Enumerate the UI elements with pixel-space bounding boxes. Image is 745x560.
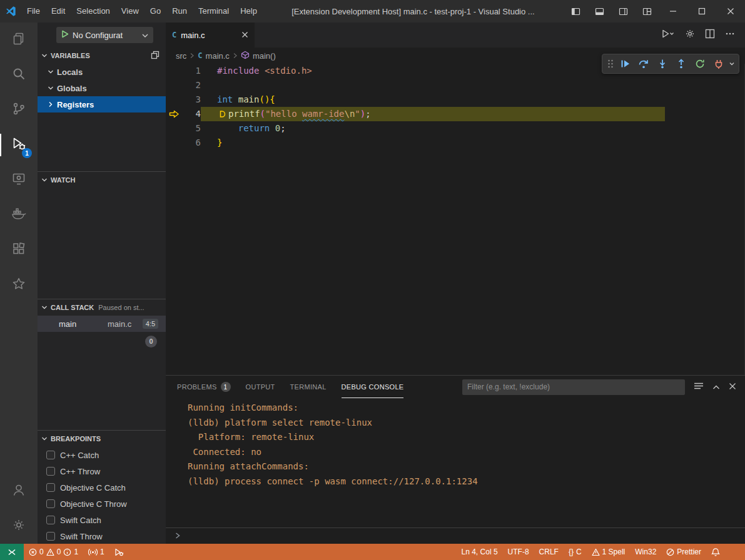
language-mode[interactable]: {}C xyxy=(564,544,587,560)
eol-indicator[interactable]: CRLF xyxy=(534,544,564,560)
current-statement-arrow-icon[interactable] xyxy=(166,107,182,121)
tab-problems[interactable]: PROBLEMS1 xyxy=(177,376,231,398)
more-actions-icon[interactable] xyxy=(725,29,735,41)
activity-source-control[interactable] xyxy=(0,92,38,128)
activity-explorer[interactable] xyxy=(0,22,38,58)
restart-button[interactable] xyxy=(691,56,709,72)
checkbox[interactable] xyxy=(46,467,55,476)
menu-view[interactable]: View xyxy=(116,0,144,22)
problems-status[interactable]: 0 0 1 xyxy=(24,544,83,560)
breakpoint-item[interactable]: Swift Catch xyxy=(38,512,166,528)
breakpoint-item[interactable]: Objective C Catch xyxy=(38,479,166,496)
checkbox[interactable] xyxy=(46,451,55,459)
toggle-panel-icon[interactable] xyxy=(587,0,611,22)
activity-settings[interactable] xyxy=(0,509,38,544)
inline-breakpoint-icon[interactable] xyxy=(218,108,226,122)
debug-more-chevron-icon[interactable] xyxy=(729,59,735,69)
remote-indicator[interactable] xyxy=(0,544,24,560)
step-into-button[interactable] xyxy=(654,56,671,72)
activity-docker[interactable] xyxy=(0,198,38,232)
menu-go[interactable]: Go xyxy=(144,0,166,22)
tab-debug-console[interactable]: DEBUG CONSOLE xyxy=(342,376,404,398)
breakpoints-header[interactable]: BREAKPOINTS xyxy=(38,431,166,447)
checkbox[interactable] xyxy=(46,516,55,524)
settings-gear-icon[interactable] xyxy=(685,29,695,41)
platform-indicator[interactable]: Win32 xyxy=(630,544,661,560)
breadcrumb-file[interactable]: main.c xyxy=(206,51,230,61)
tab-main-c[interactable]: C main.c xyxy=(166,22,255,48)
gutter[interactable] xyxy=(166,64,182,78)
debug-status-icon[interactable] xyxy=(109,544,129,560)
console-filter-input[interactable] xyxy=(462,379,685,395)
current-code-line[interactable]: 4 printf("hello wamr-ide\n"); xyxy=(166,107,744,121)
toggle-sidebar-icon[interactable] xyxy=(564,0,587,22)
gutter[interactable] xyxy=(166,78,182,92)
breakpoint-item[interactable]: Objective C Throw xyxy=(38,496,166,512)
scope-globals[interactable]: Globals xyxy=(38,80,166,96)
spell-checker-status[interactable]: 1 Spell xyxy=(587,544,631,560)
activity-remote-explorer[interactable] xyxy=(0,162,38,198)
encoding-indicator[interactable]: UTF-8 xyxy=(503,544,534,560)
collapse-all-icon[interactable] xyxy=(151,51,160,61)
step-over-button[interactable] xyxy=(635,56,652,72)
continue-button[interactable] xyxy=(616,56,634,72)
code-editor[interactable]: 1 #include <stdio.h> 2 3 int main(){ 4 p… xyxy=(166,64,745,375)
maximize-panel-icon[interactable] xyxy=(712,381,720,392)
code-line[interactable]: 5 return 0; xyxy=(166,121,744,136)
debug-config-dropdown[interactable]: No Configurat xyxy=(56,27,153,43)
notifications-bell-icon[interactable] xyxy=(706,544,725,560)
checkbox[interactable] xyxy=(46,483,55,492)
close-tab-icon[interactable] xyxy=(241,29,248,41)
split-editor-icon[interactable] xyxy=(705,29,715,41)
customize-layout-icon[interactable] xyxy=(635,0,659,22)
checkbox[interactable] xyxy=(46,499,55,508)
start-debugging-icon[interactable] xyxy=(61,30,69,40)
cursor-position[interactable]: Ln 4, Col 5 xyxy=(457,544,503,560)
gutter[interactable] xyxy=(166,136,182,150)
breakpoint-item[interactable]: C++ Catch xyxy=(38,447,166,463)
formatter-status[interactable]: Prettier xyxy=(661,544,706,560)
close-panel-icon[interactable] xyxy=(729,381,736,392)
tab-terminal[interactable]: TERMINAL xyxy=(290,376,327,398)
tab-output[interactable]: OUTPUT xyxy=(246,376,275,398)
ports-indicator[interactable]: 1 xyxy=(83,544,109,560)
toggle-secondary-sidebar-icon[interactable] xyxy=(611,0,635,22)
activity-extensions[interactable] xyxy=(0,232,38,268)
maximize-button[interactable] xyxy=(687,0,716,22)
disconnect-button[interactable] xyxy=(710,56,727,72)
code-line[interactable]: 2 xyxy=(166,78,744,92)
menu-file[interactable]: File xyxy=(21,0,46,22)
console-lines-icon[interactable] xyxy=(694,381,704,392)
activity-wamr-ide[interactable] xyxy=(0,268,38,302)
gutter[interactable] xyxy=(166,92,182,107)
variables-header[interactable]: VARIABLES xyxy=(38,48,166,64)
breadcrumb-folder[interactable]: src xyxy=(176,51,186,61)
menu-edit[interactable]: Edit xyxy=(46,0,71,22)
minimize-button[interactable] xyxy=(659,0,687,22)
menu-run[interactable]: Run xyxy=(166,0,193,22)
code-line[interactable]: 3 int main(){ xyxy=(166,92,744,107)
drag-handle-icon[interactable] xyxy=(606,59,615,69)
code-line[interactable]: 6 } xyxy=(166,136,744,150)
close-window-button[interactable] xyxy=(716,0,745,22)
checkbox[interactable] xyxy=(46,532,55,541)
watch-header[interactable]: WATCH xyxy=(38,172,166,188)
breadcrumb-symbol[interactable]: main() xyxy=(253,51,276,61)
panel-actions xyxy=(694,381,736,392)
menu-terminal[interactable]: Terminal xyxy=(193,0,235,22)
activity-search[interactable] xyxy=(0,58,38,92)
stack-frame-row[interactable]: main main.c 4:5 xyxy=(38,316,166,332)
gutter[interactable] xyxy=(166,121,182,136)
activity-run-debug[interactable]: 1 xyxy=(0,128,38,162)
breakpoint-item[interactable]: Swift Throw xyxy=(38,528,166,544)
scope-locals[interactable]: Locals xyxy=(38,64,166,80)
step-out-button[interactable] xyxy=(672,56,690,72)
debug-console-input[interactable] xyxy=(166,528,745,544)
breakpoint-item[interactable]: C++ Throw xyxy=(38,463,166,479)
run-file-icon[interactable] xyxy=(661,29,675,41)
call-stack-header[interactable]: CALL STACK Paused on st... xyxy=(38,299,166,316)
menu-help[interactable]: Help xyxy=(235,0,263,22)
activity-accounts[interactable] xyxy=(0,474,38,509)
scope-registers[interactable]: Registers xyxy=(38,96,166,112)
menu-selection[interactable]: Selection xyxy=(71,0,115,22)
